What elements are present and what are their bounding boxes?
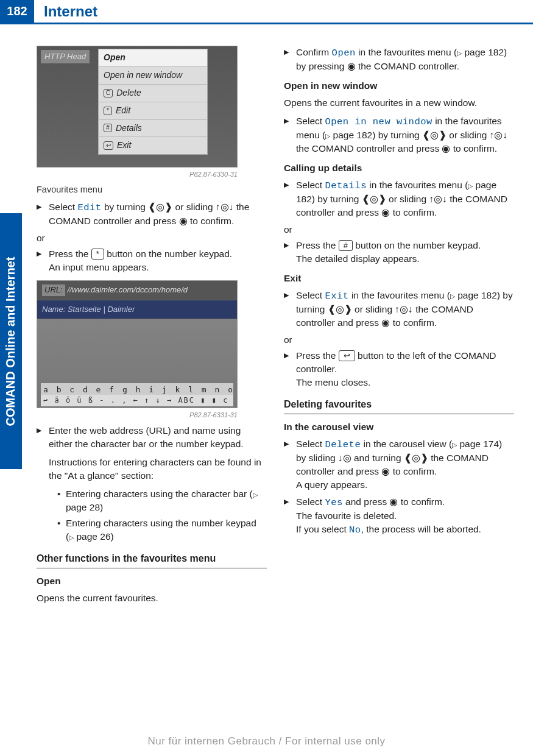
heading-open-new-window: Open in new window [284, 79, 514, 93]
step-result: An input menu appears. [49, 261, 267, 274]
section-tab: COMAND Online and Internet [0, 213, 22, 469]
step-yes: ▶ Select Yes and press ◉ to confirm. The… [284, 495, 514, 537]
step-arrow-icon: ▶ [284, 439, 289, 449]
name-row: Name: Startseite | Daimler [37, 300, 237, 319]
section-tab-label: COMAND Online and Internet [4, 256, 18, 426]
step-confirm-open: ▶ Confirm Open in the favourites menu (▷… [284, 46, 514, 73]
step-arrow-icon: ▶ [284, 241, 289, 250]
popup-row-open-new: Open in new window [99, 67, 207, 85]
heading-other-functions: Other functions in the favourites menu [37, 552, 267, 568]
step-result: The favourite is deleted. [296, 509, 514, 523]
step-open-new: ▶ Select Open in new window in the favou… [284, 115, 514, 155]
right-column: ▶ Confirm Open in the favourites menu (▷… [284, 46, 514, 610]
step-arrow-icon: ▶ [284, 351, 289, 361]
bullet-keypad: •Entering characters using the number ke… [49, 517, 267, 543]
image-code-2: P82.87-6331-31 [37, 411, 238, 420]
page-footer: Nur für internen Gebrauch / For internal… [0, 735, 533, 747]
page-header: 182 Internet [0, 0, 533, 24]
step-arrow-icon: ▶ [284, 497, 289, 507]
favourites-popup: Open Open in new window CDelete *Edit #D… [98, 49, 208, 155]
image-caption-1: Favourites menu [37, 183, 267, 196]
favourites-menu-screenshot: HTTP Head Open Open in new window CDelet… [37, 46, 238, 168]
popup-row-edit: *Edit [99, 102, 207, 120]
step-press-star: ▶ Press the * button on the number keypa… [37, 247, 267, 274]
step-arrow-icon: ▶ [37, 249, 41, 259]
step-arrow-icon: ▶ [37, 202, 41, 212]
step-result: The detailed display appears. [296, 252, 514, 266]
popup-row-delete: CDelete [99, 85, 207, 102]
step-arrow-icon: ▶ [37, 426, 41, 436]
back-key-icon: ↩ [339, 350, 355, 361]
url-row: URL: //www.daimler.com/dccom/home/d [37, 281, 237, 300]
step-result: A query appears. [296, 478, 514, 492]
or-separator: or [284, 223, 514, 236]
open-new-description: Opens the current favourites in a new wi… [284, 96, 514, 110]
screenshot-title: HTTP Head [41, 50, 90, 63]
step-arrow-icon: ▶ [284, 180, 289, 190]
star-key-icon: * [91, 249, 104, 260]
heading-carousel: In the carousel view [284, 420, 514, 434]
popup-row-exit: ↩Exit [99, 137, 207, 154]
page-content: HTTP Head Open Open in new window CDelet… [37, 46, 515, 610]
image-code-1: P82.87-6330-31 [37, 170, 238, 180]
character-bar-2: ↩ ä ö ü ß - . , ← ↑ ↓ → ABC ▮ ▮ c [41, 395, 233, 406]
left-column: HTTP Head Open Open in new window CDelet… [37, 46, 267, 610]
step-delete: ▶ Select Delete in the carousel view (▷ … [284, 437, 514, 492]
heading-exit: Exit [284, 272, 514, 285]
hash-key-icon: # [339, 240, 353, 251]
step-select-edit: ▶ Select Edit by turning ❰◎❱ or sliding … [37, 200, 267, 228]
url-input-screenshot: URL: //www.daimler.com/dccom/home/d Name… [37, 280, 238, 408]
step-enter-url: ▶ Enter the web address (URL) and name u… [37, 424, 267, 543]
or-separator: or [37, 231, 267, 245]
heading-open: Open [37, 574, 267, 588]
step-exit: ▶ Select Exit in the favourites menu (▷ … [284, 289, 514, 330]
step-arrow-icon: ▶ [284, 48, 289, 57]
chapter-title: Internet [34, 0, 97, 23]
step-result: The menu closes. [296, 376, 514, 389]
or-separator: or [284, 333, 514, 347]
heading-details: Calling up details [284, 161, 514, 175]
heading-deleting: Deleting favourites [284, 398, 514, 414]
bullet-char-bar: •Entering characters using the character… [49, 487, 267, 514]
step-arrow-icon: ▶ [284, 116, 289, 126]
step-details: ▶ Select Details in the favourites menu … [284, 178, 514, 219]
step-arrow-icon: ▶ [284, 291, 289, 300]
step-back: ▶ Press the ↩ button to the left of the … [284, 349, 514, 389]
step-hash: ▶ Press the # button on the number keypa… [284, 239, 514, 266]
popup-row-details: #Details [99, 120, 207, 138]
page-number: 182 [0, 0, 34, 23]
popup-row-open: Open [99, 49, 207, 67]
step-alt: If you select No, the process will be ab… [296, 523, 514, 537]
open-description: Opens the current favourites. [37, 592, 267, 605]
